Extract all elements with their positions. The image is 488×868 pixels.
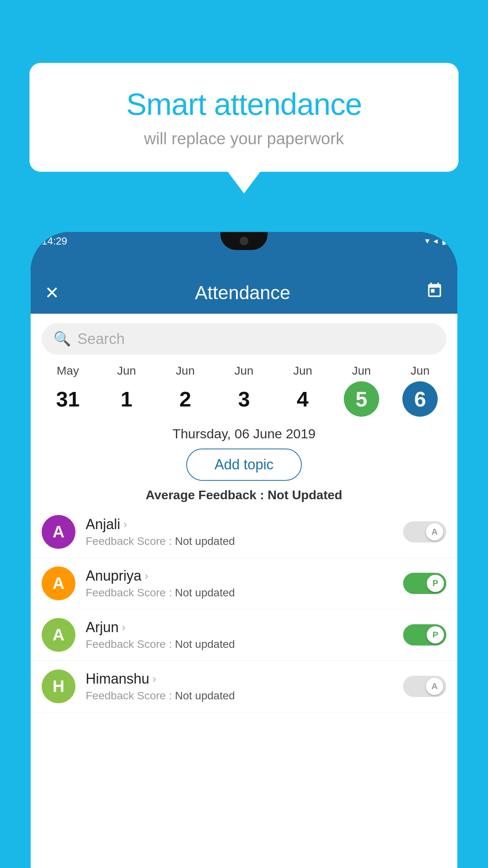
phone-frame: 14:29 ▾ ◂ ▮ ✕ Attendance 🔍 Search M (31, 232, 457, 868)
phone-content: 🔍 Search May31Jun1Jun2Jun3Jun4Jun5Jun6 T… (31, 314, 457, 868)
attendance-toggle[interactable]: A (403, 676, 446, 697)
cal-month: Jun (176, 364, 194, 377)
student-info: Anjali ›Feedback Score : Not updated (86, 516, 393, 548)
wifi-icon: ▾ (425, 236, 429, 246)
status-time: 14:29 (42, 235, 67, 247)
student-info: Arjun ›Feedback Score : Not updated (86, 619, 393, 651)
speech-bubble-container: Smart attendance will replace your paper… (29, 63, 459, 172)
calendar-day[interactable]: Jun4 (283, 364, 322, 417)
student-name: Anupriya › (86, 568, 393, 584)
student-item[interactable]: HHimanshu ›Feedback Score : Not updatedA (31, 661, 457, 712)
toggle-knob: P (427, 626, 444, 644)
cal-date: 4 (285, 381, 320, 417)
calendar-day[interactable]: Jun6 (400, 364, 440, 417)
calendar-day[interactable]: Jun2 (166, 364, 205, 417)
average-feedback: Average Feedback : Not Updated (31, 488, 457, 502)
signal-icon: ◂ (433, 236, 438, 246)
student-info: Himanshu ›Feedback Score : Not updated (86, 671, 393, 702)
student-name: Himanshu › (86, 671, 393, 687)
calendar-day[interactable]: Jun3 (224, 364, 264, 417)
close-button[interactable]: ✕ (45, 283, 59, 303)
bubble-subtitle: will replace your paperwork (61, 129, 427, 148)
toggle-knob: P (427, 575, 444, 592)
student-name: Arjun › (86, 619, 393, 636)
avg-feedback-value: Not Updated (268, 488, 342, 502)
search-icon: 🔍 (53, 331, 71, 347)
attendance-toggle[interactable]: P (403, 624, 446, 645)
attendance-toggle[interactable]: A (403, 521, 446, 542)
student-name: Anjali › (86, 516, 393, 533)
cal-month: Jun (411, 364, 429, 377)
cal-date: 31 (50, 381, 86, 417)
student-item[interactable]: AAnjali ›Feedback Score : Not updatedA (31, 506, 457, 558)
student-item[interactable]: AAnupriya ›Feedback Score : Not updatedP (31, 558, 457, 609)
chevron-right-icon: › (152, 673, 156, 685)
avg-feedback-label: Average Feedback : (146, 488, 268, 502)
speech-bubble: Smart attendance will replace your paper… (29, 63, 459, 172)
chevron-right-icon: › (145, 570, 148, 582)
calendar-button[interactable] (426, 282, 443, 303)
calendar-strip: May31Jun1Jun2Jun3Jun4Jun5Jun6 (31, 355, 457, 417)
search-placeholder: Search (77, 331, 125, 348)
battery-icon: ▮ (442, 236, 446, 246)
cal-month: Jun (117, 364, 136, 377)
cal-date: 6 (402, 381, 438, 417)
camera (240, 237, 248, 245)
student-avatar: A (42, 566, 75, 600)
selected-date-label: Thursday, 06 June 2019 (31, 426, 457, 441)
feedback-score: Feedback Score : Not updated (86, 535, 393, 548)
student-avatar: A (42, 618, 75, 652)
app-bar: ✕ Attendance (31, 271, 457, 314)
cal-date: 3 (226, 381, 262, 417)
cal-date: 5 (344, 381, 379, 417)
calendar-day[interactable]: Jun1 (107, 364, 146, 417)
feedback-score: Feedback Score : Not updated (86, 587, 393, 599)
feedback-score: Feedback Score : Not updated (86, 638, 393, 651)
student-item[interactable]: AArjun ›Feedback Score : Not updatedP (31, 609, 457, 661)
toggle-knob: A (426, 523, 443, 541)
student-info: Anupriya ›Feedback Score : Not updated (86, 568, 393, 599)
status-bar-area: 14:29 ▾ ◂ ▮ (31, 232, 457, 271)
student-avatar: A (42, 515, 75, 549)
search-bar[interactable]: 🔍 Search (42, 323, 446, 355)
student-avatar: H (42, 669, 75, 703)
calendar-day[interactable]: May31 (48, 364, 88, 417)
attendance-toggle[interactable]: P (403, 573, 446, 594)
chevron-right-icon: › (122, 621, 125, 634)
add-topic-button[interactable]: Add topic (186, 449, 302, 481)
cal-month: Jun (352, 364, 371, 377)
cal-month: May (57, 364, 79, 377)
cal-month: Jun (293, 364, 312, 377)
chevron-right-icon: › (123, 518, 127, 531)
cal-date: 2 (168, 381, 203, 417)
bubble-title: Smart attendance (61, 86, 427, 122)
add-topic-container: Add topic (31, 449, 457, 481)
toggle-knob: A (426, 678, 443, 695)
cal-month: Jun (235, 364, 253, 377)
notch (220, 232, 268, 250)
calendar-day[interactable]: Jun5 (342, 364, 381, 417)
cal-date: 1 (109, 381, 144, 417)
feedback-score: Feedback Score : Not updated (86, 690, 393, 702)
app-bar-title: Attendance (195, 282, 290, 303)
status-icons: ▾ ◂ ▮ (425, 236, 446, 246)
student-list: AAnjali ›Feedback Score : Not updatedAAA… (31, 506, 457, 712)
